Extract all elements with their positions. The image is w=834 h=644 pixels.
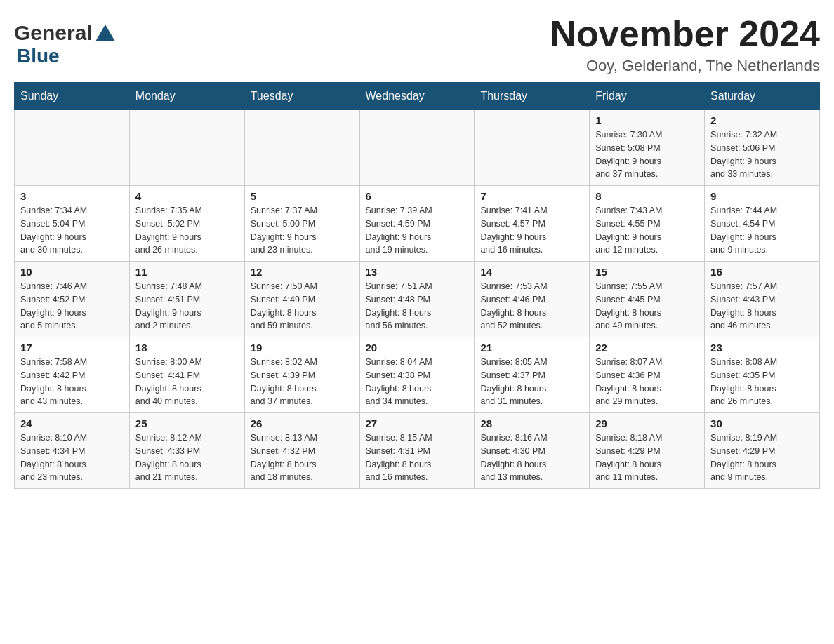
day-number: 22 <box>595 342 699 354</box>
calendar-cell: 9Sunrise: 7:44 AM Sunset: 4:54 PM Daylig… <box>705 186 820 262</box>
weekday-header-saturday: Saturday <box>705 83 820 110</box>
weekday-header-thursday: Thursday <box>475 83 590 110</box>
day-number: 8 <box>595 190 699 202</box>
day-info: Sunrise: 8:15 AM Sunset: 4:31 PM Dayligh… <box>366 431 469 484</box>
day-number: 19 <box>251 342 354 354</box>
day-number: 16 <box>710 266 814 278</box>
day-number: 1 <box>595 114 699 126</box>
calendar-cell: 30Sunrise: 8:19 AM Sunset: 4:29 PM Dayli… <box>705 413 820 489</box>
month-title: November 2024 <box>550 14 820 54</box>
day-info: Sunrise: 7:35 AM Sunset: 5:02 PM Dayligh… <box>135 204 239 257</box>
calendar-cell: 21Sunrise: 8:05 AM Sunset: 4:37 PM Dayli… <box>475 337 590 413</box>
calendar-cell: 20Sunrise: 8:04 AM Sunset: 4:38 PM Dayli… <box>359 337 475 413</box>
day-number: 26 <box>251 417 354 429</box>
day-info: Sunrise: 8:04 AM Sunset: 4:38 PM Dayligh… <box>366 356 469 408</box>
logo-icon <box>95 25 115 41</box>
day-info: Sunrise: 7:51 AM Sunset: 4:48 PM Dayligh… <box>366 280 469 333</box>
calendar-cell: 2Sunrise: 7:32 AM Sunset: 5:06 PM Daylig… <box>705 110 820 186</box>
calendar-cell: 7Sunrise: 7:41 AM Sunset: 4:57 PM Daylig… <box>475 186 590 262</box>
logo-blue-text: Blue <box>17 45 60 67</box>
day-number: 10 <box>20 266 124 278</box>
calendar-week-5: 24Sunrise: 8:10 AM Sunset: 4:34 PM Dayli… <box>15 413 820 489</box>
day-number: 20 <box>366 342 469 354</box>
logo-general-text: General <box>14 21 93 45</box>
day-info: Sunrise: 7:41 AM Sunset: 4:57 PM Dayligh… <box>480 204 583 257</box>
day-number: 7 <box>480 190 583 202</box>
day-info: Sunrise: 8:02 AM Sunset: 4:39 PM Dayligh… <box>251 356 354 408</box>
calendar-week-3: 10Sunrise: 7:46 AM Sunset: 4:52 PM Dayli… <box>15 262 820 337</box>
calendar-cell: 15Sunrise: 7:55 AM Sunset: 4:45 PM Dayli… <box>590 262 705 337</box>
calendar-cell: 29Sunrise: 8:18 AM Sunset: 4:29 PM Dayli… <box>590 413 705 489</box>
weekday-header-friday: Friday <box>590 83 705 110</box>
day-info: Sunrise: 7:39 AM Sunset: 4:59 PM Dayligh… <box>366 204 469 257</box>
calendar-cell: 12Sunrise: 7:50 AM Sunset: 4:49 PM Dayli… <box>244 262 359 337</box>
calendar-cell <box>129 110 244 186</box>
day-info: Sunrise: 8:05 AM Sunset: 4:37 PM Dayligh… <box>480 356 583 408</box>
day-number: 30 <box>710 417 814 429</box>
day-info: Sunrise: 7:30 AM Sunset: 5:08 PM Dayligh… <box>595 128 699 181</box>
calendar-cell: 23Sunrise: 8:08 AM Sunset: 4:35 PM Dayli… <box>705 337 820 413</box>
day-info: Sunrise: 8:13 AM Sunset: 4:32 PM Dayligh… <box>251 431 354 484</box>
day-info: Sunrise: 8:16 AM Sunset: 4:30 PM Dayligh… <box>480 431 583 484</box>
day-info: Sunrise: 7:46 AM Sunset: 4:52 PM Dayligh… <box>20 280 124 333</box>
day-number: 5 <box>251 190 354 202</box>
calendar-cell: 28Sunrise: 8:16 AM Sunset: 4:30 PM Dayli… <box>475 413 590 489</box>
calendar-cell <box>475 110 590 186</box>
day-number: 11 <box>135 266 239 278</box>
calendar-cell: 6Sunrise: 7:39 AM Sunset: 4:59 PM Daylig… <box>359 186 475 262</box>
calendar-cell: 5Sunrise: 7:37 AM Sunset: 5:00 PM Daylig… <box>244 186 359 262</box>
day-number: 14 <box>480 266 583 278</box>
day-info: Sunrise: 7:55 AM Sunset: 4:45 PM Dayligh… <box>595 280 699 333</box>
day-info: Sunrise: 7:53 AM Sunset: 4:46 PM Dayligh… <box>480 280 583 333</box>
day-info: Sunrise: 8:07 AM Sunset: 4:36 PM Dayligh… <box>595 356 699 408</box>
day-info: Sunrise: 7:48 AM Sunset: 4:51 PM Dayligh… <box>135 280 239 333</box>
day-number: 12 <box>251 266 354 278</box>
calendar-cell: 26Sunrise: 8:13 AM Sunset: 4:32 PM Dayli… <box>244 413 359 489</box>
day-info: Sunrise: 7:43 AM Sunset: 4:55 PM Dayligh… <box>595 204 699 257</box>
day-number: 17 <box>20 342 124 354</box>
day-number: 21 <box>480 342 583 354</box>
calendar-cell: 8Sunrise: 7:43 AM Sunset: 4:55 PM Daylig… <box>590 186 705 262</box>
day-number: 24 <box>20 417 124 429</box>
day-info: Sunrise: 7:57 AM Sunset: 4:43 PM Dayligh… <box>710 280 814 333</box>
calendar-cell: 17Sunrise: 7:58 AM Sunset: 4:42 PM Dayli… <box>15 337 130 413</box>
calendar-week-4: 17Sunrise: 7:58 AM Sunset: 4:42 PM Dayli… <box>15 337 820 413</box>
location-title: Ooy, Gelderland, The Netherlands <box>550 57 820 75</box>
calendar-cell <box>15 110 130 186</box>
day-number: 23 <box>710 342 814 354</box>
day-info: Sunrise: 8:19 AM Sunset: 4:29 PM Dayligh… <box>710 431 814 484</box>
day-number: 18 <box>135 342 239 354</box>
day-info: Sunrise: 8:00 AM Sunset: 4:41 PM Dayligh… <box>135 356 239 408</box>
calendar-week-2: 3Sunrise: 7:34 AM Sunset: 5:04 PM Daylig… <box>15 186 820 262</box>
calendar-cell: 22Sunrise: 8:07 AM Sunset: 4:36 PM Dayli… <box>590 337 705 413</box>
day-info: Sunrise: 8:18 AM Sunset: 4:29 PM Dayligh… <box>595 431 699 484</box>
weekday-header-sunday: Sunday <box>15 83 130 110</box>
logo: General Blue <box>14 14 118 67</box>
day-info: Sunrise: 8:12 AM Sunset: 4:33 PM Dayligh… <box>135 431 239 484</box>
weekday-header-wednesday: Wednesday <box>359 83 475 110</box>
weekday-header-row: SundayMondayTuesdayWednesdayThursdayFrid… <box>15 83 820 110</box>
calendar-table: SundayMondayTuesdayWednesdayThursdayFrid… <box>14 82 820 489</box>
day-number: 2 <box>710 114 814 126</box>
calendar-cell <box>244 110 359 186</box>
calendar-cell: 27Sunrise: 8:15 AM Sunset: 4:31 PM Dayli… <box>359 413 475 489</box>
day-info: Sunrise: 8:10 AM Sunset: 4:34 PM Dayligh… <box>20 431 124 484</box>
calendar-cell: 18Sunrise: 8:00 AM Sunset: 4:41 PM Dayli… <box>129 337 244 413</box>
day-number: 9 <box>710 190 814 202</box>
day-number: 4 <box>135 190 239 202</box>
day-number: 13 <box>366 266 469 278</box>
weekday-header-monday: Monday <box>129 83 244 110</box>
calendar-week-1: 1Sunrise: 7:30 AM Sunset: 5:08 PM Daylig… <box>15 110 820 186</box>
calendar-cell: 1Sunrise: 7:30 AM Sunset: 5:08 PM Daylig… <box>590 110 705 186</box>
calendar-cell: 25Sunrise: 8:12 AM Sunset: 4:33 PM Dayli… <box>129 413 244 489</box>
calendar-cell: 3Sunrise: 7:34 AM Sunset: 5:04 PM Daylig… <box>15 186 130 262</box>
day-number: 29 <box>595 417 699 429</box>
day-info: Sunrise: 7:58 AM Sunset: 4:42 PM Dayligh… <box>20 356 124 408</box>
day-info: Sunrise: 8:08 AM Sunset: 4:35 PM Dayligh… <box>710 356 814 408</box>
calendar-cell: 11Sunrise: 7:48 AM Sunset: 4:51 PM Dayli… <box>129 262 244 337</box>
calendar-cell: 19Sunrise: 8:02 AM Sunset: 4:39 PM Dayli… <box>244 337 359 413</box>
day-number: 28 <box>480 417 583 429</box>
day-info: Sunrise: 7:37 AM Sunset: 5:00 PM Dayligh… <box>251 204 354 257</box>
calendar-cell: 10Sunrise: 7:46 AM Sunset: 4:52 PM Dayli… <box>15 262 130 337</box>
calendar-cell <box>359 110 475 186</box>
